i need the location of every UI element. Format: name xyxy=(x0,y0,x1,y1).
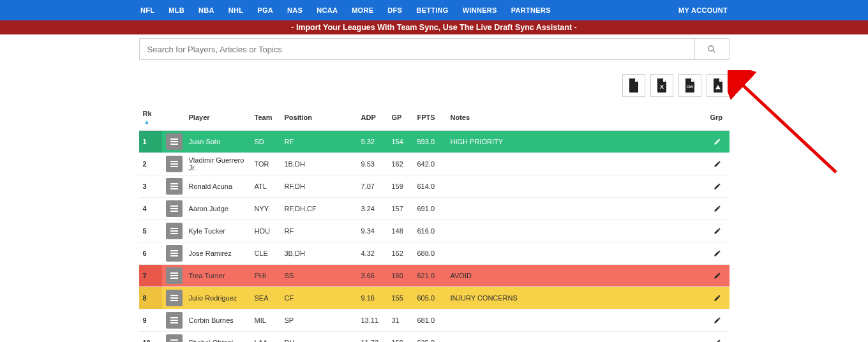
cell-adp: 9.53 xyxy=(357,153,388,175)
drag-handle[interactable] xyxy=(166,156,183,172)
svg-rect-20 xyxy=(170,253,178,254)
col-player[interactable]: Player xyxy=(185,105,251,131)
drag-icon xyxy=(170,205,178,212)
cell-adp: 13.11 xyxy=(357,309,388,332)
export-pdf-button[interactable] xyxy=(707,74,730,97)
cell-grp xyxy=(707,131,730,153)
svg-rect-16 xyxy=(170,228,178,229)
cell-team: MIL xyxy=(251,309,281,332)
cell-grp xyxy=(707,153,730,175)
export-csv-button[interactable]: CSV xyxy=(678,74,701,97)
edit-button[interactable] xyxy=(710,157,724,171)
edit-button[interactable] xyxy=(710,179,724,193)
col-grp[interactable]: Grp xyxy=(707,105,730,131)
edit-button[interactable] xyxy=(710,291,724,305)
drag-icon xyxy=(170,161,178,167)
cell-rk: 10 xyxy=(139,332,162,343)
sort-asc-icon: ▲ xyxy=(144,119,150,125)
nav-nfl[interactable]: NFL xyxy=(140,6,154,14)
cell-drag xyxy=(162,175,185,198)
nav-pga[interactable]: PGA xyxy=(257,6,273,14)
pencil-icon xyxy=(714,205,721,212)
svg-rect-23 xyxy=(170,275,178,276)
nav-dfs[interactable]: DFS xyxy=(387,6,402,14)
svg-rect-19 xyxy=(170,250,178,251)
cell-fpts: 614.0 xyxy=(414,175,447,198)
export-excel-button[interactable]: X xyxy=(650,74,673,97)
drag-handle[interactable] xyxy=(166,267,183,284)
edit-button[interactable] xyxy=(710,135,724,149)
svg-line-37 xyxy=(739,82,836,172)
nav-nba[interactable]: NBA xyxy=(198,6,214,14)
col-adp[interactable]: ADP xyxy=(357,105,388,131)
edit-button[interactable] xyxy=(710,202,724,216)
drag-icon xyxy=(170,183,178,190)
col-notes[interactable]: Notes xyxy=(447,105,707,131)
col-fpts[interactable]: FPTS xyxy=(414,105,447,131)
edit-button[interactable] xyxy=(710,269,724,283)
cell-notes xyxy=(447,153,707,175)
nav-ncaa[interactable]: NCAA xyxy=(317,6,338,14)
svg-rect-4 xyxy=(170,138,178,140)
col-team[interactable]: Team xyxy=(251,105,281,131)
cell-rk: 6 xyxy=(139,242,162,265)
cell-notes xyxy=(447,309,707,332)
drag-handle[interactable] xyxy=(166,223,183,239)
edit-button[interactable] xyxy=(710,336,724,342)
cell-team: SEA xyxy=(251,287,281,309)
drag-handle[interactable] xyxy=(166,245,183,262)
export-txt-button[interactable] xyxy=(622,74,645,97)
cell-grp xyxy=(707,198,730,220)
nav-winners[interactable]: WINNERS xyxy=(463,6,497,14)
col-position[interactable]: Position xyxy=(281,105,357,131)
cell-grp xyxy=(707,220,730,242)
drag-handle[interactable] xyxy=(166,290,183,306)
drag-handle[interactable] xyxy=(166,178,183,195)
cell-grp xyxy=(707,332,730,343)
cell-drag xyxy=(162,332,185,343)
cell-player: Vladimir Guerrero Jr. xyxy=(185,153,251,175)
cell-fpts: 605.0 xyxy=(414,287,447,309)
nav-mlb[interactable]: MLB xyxy=(168,6,184,14)
cell-position: DH xyxy=(281,332,357,343)
table-row: 2Vladimir Guerrero Jr.TOR1B,DH9.53162642… xyxy=(139,153,730,175)
file-excel-icon: X xyxy=(656,78,668,93)
svg-rect-15 xyxy=(170,211,178,212)
drag-icon xyxy=(170,138,178,145)
cell-gp: 162 xyxy=(388,242,414,265)
search-input[interactable] xyxy=(139,38,695,60)
cell-position: SP xyxy=(281,309,357,332)
cell-player: Aaron Judge xyxy=(185,198,251,220)
edit-button[interactable] xyxy=(710,313,724,327)
nav-nhl[interactable]: NHL xyxy=(228,6,244,14)
drag-handle[interactable] xyxy=(166,312,183,329)
search-button[interactable] xyxy=(695,38,730,60)
table-row: 7Trea TurnerPHISS3.66160621.0AVOID xyxy=(139,265,730,287)
cell-rk: 5 xyxy=(139,220,162,242)
cell-adp: 3.66 xyxy=(357,265,388,287)
col-gp[interactable]: GP xyxy=(388,105,414,131)
cell-adp: 7.07 xyxy=(357,175,388,198)
nav-more[interactable]: MORE xyxy=(352,6,373,14)
svg-rect-11 xyxy=(170,186,178,187)
pencil-icon xyxy=(714,160,721,168)
drag-icon xyxy=(170,272,178,279)
nav-nas[interactable]: NAS xyxy=(287,6,303,14)
nav-links: NFLMLBNBANHLPGANASNCAAMOREDFSBETTINGWINN… xyxy=(140,6,551,14)
drag-handle[interactable] xyxy=(166,200,183,217)
pencil-icon xyxy=(714,227,721,235)
nav-betting[interactable]: BETTING xyxy=(416,6,448,14)
edit-button[interactable] xyxy=(710,224,724,238)
edit-button[interactable] xyxy=(710,246,724,260)
cell-rk: 2 xyxy=(139,153,162,175)
svg-rect-24 xyxy=(170,278,178,279)
top-nav: NFLMLBNBANHLPGANASNCAAMOREDFSBETTINGWINN… xyxy=(0,0,868,20)
my-account-link[interactable]: MY ACCOUNT xyxy=(678,6,728,14)
svg-rect-14 xyxy=(170,208,178,209)
promo-banner[interactable]: - Import Your Leagues With Team Sync, Us… xyxy=(0,20,868,34)
col-rk[interactable]: Rk▲ xyxy=(139,105,162,131)
drag-handle[interactable] xyxy=(166,334,183,342)
nav-partners[interactable]: PARTNERS xyxy=(511,6,551,14)
cell-rk: 8 xyxy=(139,287,162,309)
drag-handle[interactable] xyxy=(166,133,183,150)
